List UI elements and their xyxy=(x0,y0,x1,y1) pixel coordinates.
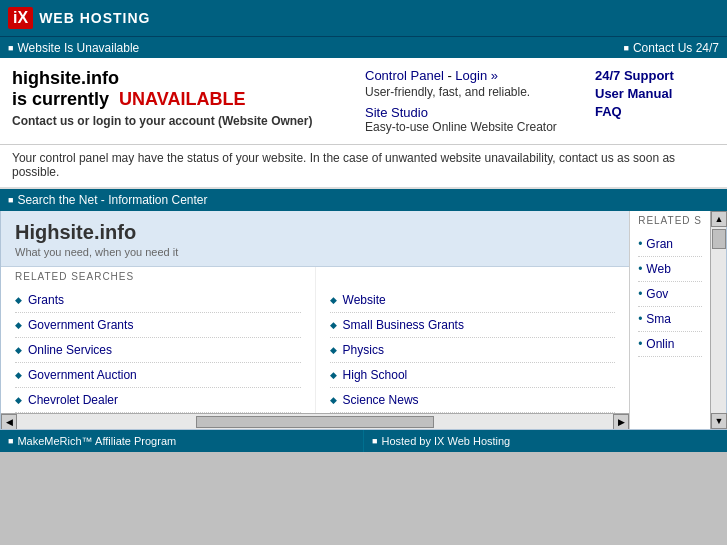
info-col1: Control Panel - Login » User-friendly, f… xyxy=(365,68,565,134)
site-studio-row: Site Studio xyxy=(365,105,565,120)
scroll-right-btn[interactable]: ▶ xyxy=(613,414,629,430)
contact-line: Contact us or login to your account (Web… xyxy=(12,114,365,128)
control-panel-row: Control Panel - Login » xyxy=(365,68,565,83)
site-studio-desc: Easy-to-use Online Website Creator xyxy=(365,120,565,134)
contact-us-link[interactable]: Contact Us 24/7 xyxy=(624,41,719,55)
unavailable-label: Website Is Unavailable xyxy=(8,41,139,55)
right-link-4[interactable]: Science News xyxy=(343,393,419,407)
scroll-up-btn[interactable]: ▲ xyxy=(711,211,727,227)
left-search-list: Grants Government Grants Online Services… xyxy=(1,288,315,413)
list-item: Grants xyxy=(15,288,301,313)
inner-main: Highsite.info What you need, when you ne… xyxy=(1,211,629,429)
left-link-2[interactable]: Online Services xyxy=(28,343,112,357)
right-link-1[interactable]: Small Business Grants xyxy=(343,318,464,332)
right-link-2[interactable]: Physics xyxy=(343,343,384,357)
status-line: is currently xyxy=(12,89,109,109)
logo-ix: iX xyxy=(8,7,33,29)
left-link-0[interactable]: Grants xyxy=(28,293,64,307)
contact-us-anchor[interactable]: Contact Us 24/7 xyxy=(624,41,719,55)
header: iX WEB HOSTING xyxy=(0,0,727,36)
scroll-v-track xyxy=(711,227,726,413)
left-link-4[interactable]: Chevrolet Dealer xyxy=(28,393,118,407)
list-item: Physics xyxy=(330,338,616,363)
top-bar: Website Is Unavailable Contact Us 24/7 xyxy=(0,36,727,58)
right-partial-label: RELATED S xyxy=(638,211,702,232)
scroll-track xyxy=(17,414,613,429)
scroll-left-btn[interactable]: ◀ xyxy=(1,414,17,430)
list-item: Science News xyxy=(330,388,616,413)
left-column: RELATED SEARCHES Grants Government Grant… xyxy=(1,267,316,413)
right-panel: RELATED S Gran Web Gov Sma Onlin ▲ ▼ xyxy=(629,211,726,429)
right-column: RELATED SEARCHES Website Small Business … xyxy=(316,267,630,413)
list-item: Government Auction xyxy=(15,363,301,388)
horizontal-scrollbar[interactable]: ◀ ▶ xyxy=(1,413,629,429)
list-item: Gran xyxy=(638,232,702,257)
support-link[interactable]: 24/7 Support xyxy=(595,68,715,83)
info-section: highsite.info is currently UNAVAILABLE C… xyxy=(12,68,715,134)
left-link-1[interactable]: Government Grants xyxy=(28,318,133,332)
site-studio-link[interactable]: Site Studio xyxy=(365,105,428,120)
list-item: Onlin xyxy=(638,332,702,357)
right-search-list: Website Small Business Grants Physics Hi… xyxy=(316,288,630,413)
inner-title: Highsite.info xyxy=(15,221,615,244)
search-bar: Search the Net - Information Center xyxy=(0,189,727,211)
list-item: Government Grants xyxy=(15,313,301,338)
list-item: High School xyxy=(330,363,616,388)
list-item: Chevrolet Dealer xyxy=(15,388,301,413)
footer: MakeMeRich™ Affiliate Program Hosted by … xyxy=(0,430,727,452)
list-item: Online Services xyxy=(15,338,301,363)
main-left: highsite.info is currently UNAVAILABLE C… xyxy=(12,68,365,134)
scroll-v-thumb[interactable] xyxy=(712,229,726,249)
status-badge: UNAVAILABLE xyxy=(119,89,245,109)
control-panel-link[interactable]: Control Panel xyxy=(365,68,444,83)
footer-hosted: Hosted by IX Web Hosting xyxy=(364,430,727,452)
main-right: Control Panel - Login » User-friendly, f… xyxy=(365,68,715,134)
footer-affiliate: MakeMeRich™ Affiliate Program xyxy=(0,430,364,452)
left-link-3[interactable]: Government Auction xyxy=(28,368,137,382)
logo: iX WEB HOSTING xyxy=(8,7,150,29)
list-item: Small Business Grants xyxy=(330,313,616,338)
list-item: Gov xyxy=(638,282,702,307)
site-name: highsite.info xyxy=(12,68,365,89)
right-partial: RELATED S Gran Web Gov Sma Onlin xyxy=(630,211,710,429)
results-columns: RELATED SEARCHES Grants Government Grant… xyxy=(1,267,629,413)
manual-link[interactable]: User Manual xyxy=(595,86,715,101)
notice-text: Your control panel may have the status o… xyxy=(0,145,727,189)
right-link-3[interactable]: High School xyxy=(343,368,408,382)
faq-link[interactable]: FAQ xyxy=(595,104,715,119)
inner-subtitle: What you need, when you need it xyxy=(15,246,615,258)
scroll-thumb[interactable] xyxy=(196,416,434,428)
unavail-line: is currently UNAVAILABLE xyxy=(12,89,365,110)
related-label-left: RELATED SEARCHES xyxy=(1,267,315,288)
tagline: User-friendly, fast, and reliable. xyxy=(365,85,565,99)
list-item: Website xyxy=(330,288,616,313)
info-col2: 24/7 Support User Manual FAQ xyxy=(595,68,715,134)
right-link-0[interactable]: Website xyxy=(343,293,386,307)
inner-frame: Highsite.info What you need, when you ne… xyxy=(0,211,727,430)
list-item: Web xyxy=(638,257,702,282)
list-item: Sma xyxy=(638,307,702,332)
login-link[interactable]: Login » xyxy=(455,68,498,83)
inner-header: Highsite.info What you need, when you ne… xyxy=(1,211,629,267)
scroll-down-btn[interactable]: ▼ xyxy=(711,413,727,429)
right-partial-list: Gran Web Gov Sma Onlin xyxy=(638,232,702,357)
main-content: highsite.info is currently UNAVAILABLE C… xyxy=(0,58,727,145)
header-title: WEB HOSTING xyxy=(39,10,150,26)
vertical-scrollbar[interactable]: ▲ ▼ xyxy=(710,211,726,429)
search-bar-label: Search the Net - Information Center xyxy=(8,193,208,207)
